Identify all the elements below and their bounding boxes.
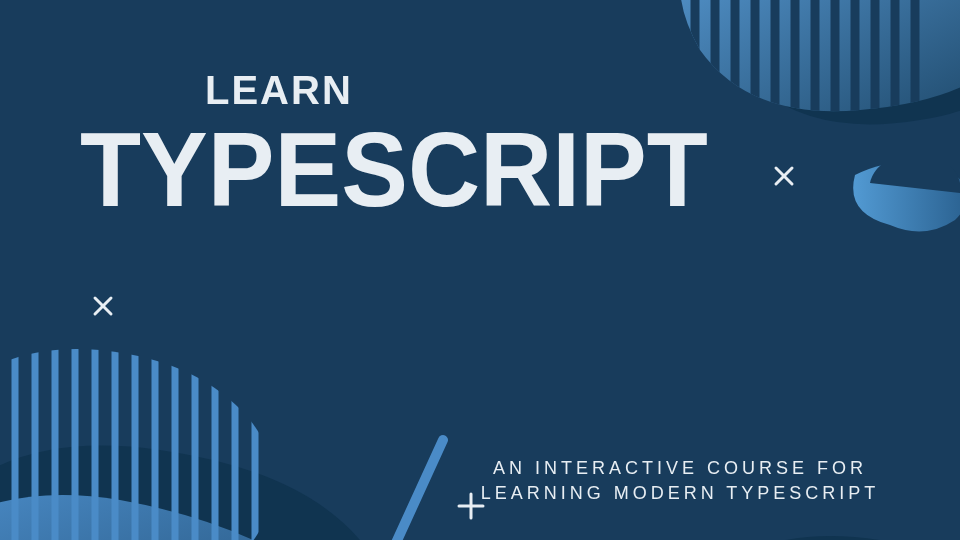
subtitle-line1: AN INTERACTIVE COURSE FOR xyxy=(493,458,867,478)
decorative-halfcircle-right xyxy=(840,165,960,235)
svg-line-29 xyxy=(395,440,443,540)
decorative-diagonal-line xyxy=(385,430,455,540)
subtitle-line2: LEARNING MODERN TYPESCRIPT xyxy=(481,483,880,503)
heading-large: TYPESCRIPT xyxy=(80,109,708,230)
x-mark-icon xyxy=(773,165,795,187)
x-mark-icon xyxy=(92,295,114,317)
subtitle: AN INTERACTIVE COURSE FOR LEARNING MODER… xyxy=(460,456,900,506)
heading-small: LEARN xyxy=(205,68,353,113)
